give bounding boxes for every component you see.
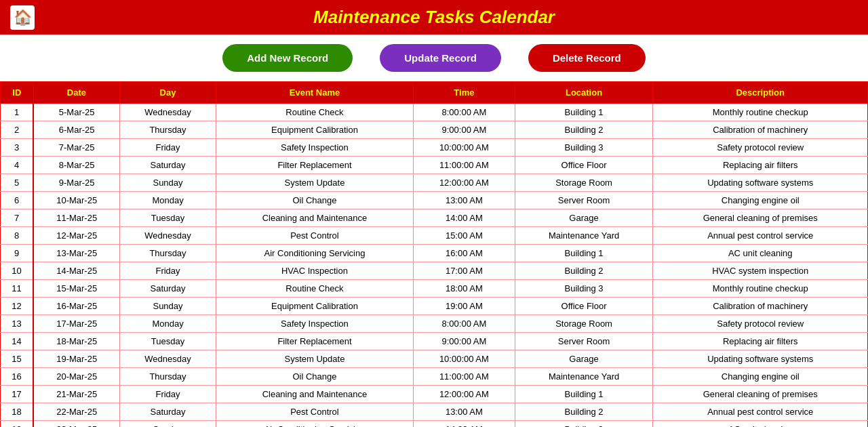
table-cell-location: Server Room [515, 192, 653, 209]
table-cell-id: 3 [1, 139, 34, 157]
table-row[interactable]: 1418-Mar-25TuesdayFilter Replacement9:00… [1, 333, 868, 350]
table-cell-event-name: Air Conditioning Servicing [216, 421, 413, 428]
table-row[interactable]: 610-Mar-25MondayOil Change13:00 AMServer… [1, 192, 868, 209]
table-cell-day: Thursday [120, 368, 216, 386]
table-cell-id: 12 [1, 298, 34, 315]
table-cell-event-name: Safety Inspection [216, 315, 413, 333]
table-cell-date: 20-Mar-25 [33, 368, 120, 386]
table-cell-description: Updating software systems [653, 174, 868, 192]
home-icon[interactable]: 🏠 [10, 5, 35, 30]
table-cell-time: 16:00 AM [414, 245, 515, 262]
table-row[interactable]: 1216-Mar-25SundayEquipment Calibration19… [1, 298, 868, 315]
table-cell-event-name: Oil Change [216, 368, 413, 386]
table-cell-event-name: Filter Replacement [216, 333, 413, 350]
table-row[interactable]: 59-Mar-25SundaySystem Update12:00:00 AMS… [1, 174, 868, 192]
table-cell-time: 19:00 AM [414, 298, 515, 315]
update-record-button[interactable]: Update Record [380, 44, 501, 72]
table-cell-day: Wednesday [120, 104, 216, 121]
table-cell-day: Wednesday [120, 227, 216, 245]
table-cell-day: Monday [120, 315, 216, 333]
table-cell-date: 21-Mar-25 [33, 386, 120, 403]
table-cell-day: Saturday [120, 403, 216, 421]
table-cell-location: Building 2 [515, 121, 653, 139]
table-row[interactable]: 1519-Mar-25WednesdaySystem Update10:00:0… [1, 350, 868, 368]
table-cell-id: 10 [1, 262, 34, 280]
table-row[interactable]: 1923-Mar-25SundayAir Conditioning Servic… [1, 421, 868, 428]
table-cell-time: 13:00 AM [414, 403, 515, 421]
table-cell-time: 11:00:00 AM [414, 368, 515, 386]
table-cell-id: 2 [1, 121, 34, 139]
table-cell-day: Thursday [120, 245, 216, 262]
table-cell-event-name: Air Conditioning Servicing [216, 245, 413, 262]
table-cell-description: Replacing air filters [653, 333, 868, 350]
table-cell-location: Building 3 [515, 280, 653, 298]
table-cell-event-name: Cleaning and Maintenance [216, 209, 413, 227]
table-row[interactable]: 711-Mar-25TuesdayCleaning and Maintenanc… [1, 209, 868, 227]
table-cell-date: 18-Mar-25 [33, 333, 120, 350]
table-cell-location: Office Floor [515, 298, 653, 315]
table-row[interactable]: 26-Mar-25ThursdayEquipment Calibration9:… [1, 121, 868, 139]
delete-record-button[interactable]: Delete Record [528, 44, 646, 72]
table-cell-date: 6-Mar-25 [33, 121, 120, 139]
table-cell-description: Annual pest control service [653, 403, 868, 421]
column-header-event-name: Event Name [216, 82, 413, 104]
toolbar: Add New Record Update Record Delete Reco… [0, 35, 868, 81]
table-row[interactable]: 48-Mar-25SaturdayFilter Replacement11:00… [1, 157, 868, 174]
table-cell-date: 16-Mar-25 [33, 298, 120, 315]
table-cell-location: Maintenance Yard [515, 368, 653, 386]
column-header-id: ID [1, 82, 34, 104]
maintenance-table: IDDateDayEvent NameTimeLocationDescripti… [0, 81, 868, 427]
table-cell-date: 17-Mar-25 [33, 315, 120, 333]
table-row[interactable]: 1115-Mar-25SaturdayRoutine Check18:00 AM… [1, 280, 868, 298]
table-cell-description: General cleaning of premises [653, 386, 868, 403]
table-cell-id: 17 [1, 386, 34, 403]
table-cell-description: Calibration of machinery [653, 298, 868, 315]
table-cell-time: 8:00:00 AM [414, 315, 515, 333]
table-row[interactable]: 1721-Mar-25FridayCleaning and Maintenanc… [1, 386, 868, 403]
table-row[interactable]: 1822-Mar-25SaturdayPest Control13:00 AMB… [1, 403, 868, 421]
table-row[interactable]: 913-Mar-25ThursdayAir Conditioning Servi… [1, 245, 868, 262]
table-cell-date: 23-Mar-25 [33, 421, 120, 428]
table-row[interactable]: 812-Mar-25WednesdayPest Control15:00 AMM… [1, 227, 868, 245]
page-header: 🏠 Maintenance Tasks Calendar [0, 0, 868, 35]
table-cell-time: 10:00:00 AM [414, 139, 515, 157]
table-cell-event-name: Cleaning and Maintenance [216, 386, 413, 403]
table-cell-location: Building 3 [515, 421, 653, 428]
table-row[interactable]: 1014-Mar-25FridayHVAC Inspection17:00 AM… [1, 262, 868, 280]
table-cell-description: Monthly routine checkup [653, 104, 868, 121]
table-cell-id: 6 [1, 192, 34, 209]
table-cell-event-name: Equipment Calibration [216, 298, 413, 315]
table-cell-id: 16 [1, 368, 34, 386]
table-cell-event-name: Routine Check [216, 280, 413, 298]
table-cell-time: 12:00:00 AM [414, 174, 515, 192]
table-cell-date: 9-Mar-25 [33, 174, 120, 192]
table-cell-date: 10-Mar-25 [33, 192, 120, 209]
add-record-button[interactable]: Add New Record [222, 44, 353, 72]
table-cell-time: 11:00:00 AM [414, 157, 515, 174]
table-cell-description: Monthly routine checkup [653, 280, 868, 298]
table-cell-day: Monday [120, 192, 216, 209]
table-cell-id: 7 [1, 209, 34, 227]
table-cell-event-name: Equipment Calibration [216, 121, 413, 139]
table-cell-day: Sunday [120, 421, 216, 428]
table-row[interactable]: 37-Mar-25FridaySafety Inspection10:00:00… [1, 139, 868, 157]
table-cell-day: Saturday [120, 157, 216, 174]
table-cell-day: Friday [120, 386, 216, 403]
table-cell-description: Changing engine oil [653, 368, 868, 386]
table-cell-location: Garage [515, 209, 653, 227]
table-cell-description: Changing engine oil [653, 192, 868, 209]
table-row[interactable]: 1317-Mar-25MondaySafety Inspection8:00:0… [1, 315, 868, 333]
table-cell-description: HVAC system inspection [653, 262, 868, 280]
table-cell-time: 14:00 AM [414, 421, 515, 428]
table-cell-event-name: System Update [216, 350, 413, 368]
column-header-date: Date [33, 82, 120, 104]
table-cell-id: 8 [1, 227, 34, 245]
table-row[interactable]: 1620-Mar-25ThursdayOil Change11:00:00 AM… [1, 368, 868, 386]
table-cell-time: 14:00 AM [414, 209, 515, 227]
table-cell-location: Maintenance Yard [515, 227, 653, 245]
table-cell-date: 15-Mar-25 [33, 280, 120, 298]
table-cell-id: 15 [1, 350, 34, 368]
table-cell-day: Tuesday [120, 333, 216, 350]
table-cell-time: 17:00 AM [414, 262, 515, 280]
table-row[interactable]: 15-Mar-25WednesdayRoutine Check8:00:00 A… [1, 104, 868, 121]
